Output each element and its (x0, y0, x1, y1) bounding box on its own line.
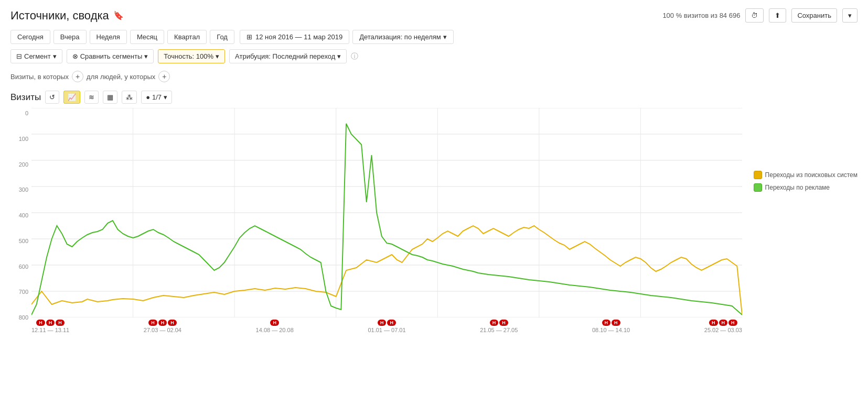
x-label-group-4: H H 01.01 — 07.01 (368, 320, 405, 333)
period-yesterday[interactable]: Вчера (53, 30, 87, 44)
event-marker: H (168, 320, 177, 326)
event-marker: H (612, 320, 620, 326)
x-label-group-7: H H H 25.02 — 03.03 (704, 320, 742, 333)
y-label-400: 400 (10, 212, 28, 218)
period-month[interactable]: Месяц (130, 30, 164, 44)
upload-icon: ⬆ (775, 12, 780, 19)
bar-chart-icon: ▦ (107, 93, 113, 101)
y-label-600: 600 (10, 264, 28, 270)
x-label-group-6: H H 08.10 — 14.10 (592, 320, 630, 333)
event-marker: H (602, 320, 611, 326)
metric-label: 1/7 (152, 93, 162, 101)
chart-svg (31, 108, 742, 317)
chart-header: Визиты ↺ 📈 ≋ ▦ ⁂ ● 1/7 ▾ (10, 91, 858, 104)
date-range-picker[interactable]: ⊞ 12 ноя 2016 — 11 мар 2019 (240, 30, 349, 44)
line-chart-button[interactable]: 📈 (63, 91, 80, 104)
clock-icon: ⏱ (751, 12, 758, 19)
event-marker: H (158, 320, 167, 326)
legend: Переходы из поисковых систем Переходы по… (754, 171, 858, 192)
accuracy-button[interactable]: Точность: 100% ▾ (158, 49, 225, 63)
visits-info: 100 % визитов из 84 696 (662, 12, 740, 19)
calendar-icon: ⊞ (247, 33, 252, 41)
filter-bar: Сегодня Вчера Неделя Месяц Квартал Год ⊞… (10, 30, 858, 44)
compare-icon: ⊗ (72, 52, 78, 60)
event-marker: H (499, 320, 508, 326)
y-label-200: 200 (10, 161, 28, 168)
metric-icon: ● (146, 93, 150, 101)
event-marker: H (46, 320, 55, 326)
segment-label: Сегмент (24, 52, 51, 60)
x-label-3: 14.08 — 20.08 (256, 327, 294, 333)
event-marker: H (728, 320, 737, 326)
legend-item-yellow: Переходы из поисковых систем (754, 171, 858, 179)
compare-chevron: ▾ (144, 52, 148, 60)
event-marker: H (270, 320, 279, 326)
scatter-icon: ⁂ (126, 93, 133, 101)
line-chart-icon: 📈 (68, 93, 76, 101)
x-label-7: 25.02 — 03.03 (704, 327, 742, 333)
add-people-filter-button[interactable]: + (158, 71, 170, 82)
period-today[interactable]: Сегодня (10, 30, 50, 44)
x-label-4: 01.01 — 07.01 (368, 327, 405, 333)
chart-title: Визиты (10, 92, 41, 103)
legend-label-green: Переходы по рекламе (765, 184, 830, 191)
x-label-6: 08.10 — 14.10 (592, 327, 630, 333)
metric-selector[interactable]: ● 1/7 ▾ (141, 91, 172, 104)
accuracy-label: Точность: 100% (164, 52, 213, 60)
event-marker: H (148, 320, 157, 326)
x-axis: H H H 12.11 — 13.11 H H H 27.03 — 02.04 (31, 317, 742, 333)
event-marker: H (387, 320, 396, 326)
event-marker: H (709, 320, 718, 326)
x-label-1: 12.11 — 13.11 (31, 327, 69, 333)
event-marker: H (56, 320, 65, 326)
legend-color-green (754, 183, 762, 192)
save-button[interactable]: Сохранить (791, 8, 837, 23)
x-label-2: 27.03 — 02.04 (144, 327, 181, 333)
header-right: 100 % визитов из 84 696 ⏱ ⬆ Сохранить ▾ (662, 8, 858, 23)
scatter-button[interactable]: ⁂ (122, 91, 137, 104)
export-button[interactable]: ⬆ (769, 8, 786, 23)
legend-color-yellow (754, 171, 762, 179)
compare-segments-button[interactable]: ⊗ Сравнить сегменты ▾ (67, 49, 154, 63)
save-dropdown-button[interactable]: ▾ (842, 8, 858, 23)
refresh-button[interactable]: ↺ (45, 91, 59, 104)
y-label-700: 700 (10, 289, 28, 295)
date-range-label: 12 ноя 2016 — 11 мар 2019 (255, 33, 342, 41)
area-chart-button[interactable]: ≋ (84, 91, 99, 104)
event-marker: H (490, 320, 499, 326)
bar-chart-button[interactable]: ▦ (103, 91, 117, 104)
legend-label-yellow: Переходы из поисковых систем (765, 171, 858, 179)
y-label-800: 800 (10, 314, 28, 321)
x-label-group-5: H H 21.05 — 27.05 (480, 320, 518, 333)
green-line (31, 124, 742, 315)
y-label-500: 500 (10, 238, 28, 244)
info-icon[interactable]: ⓘ (351, 52, 358, 61)
header-left: Источники, сводка 🔖 (10, 9, 124, 23)
attribution-button[interactable]: Атрибуция: Последний переход ▾ (229, 49, 347, 63)
y-label-300: 300 (10, 186, 28, 193)
attribution-chevron: ▾ (337, 52, 341, 60)
bookmark-icon[interactable]: 🔖 (113, 10, 124, 20)
y-axis: 800 700 600 500 400 300 200 100 0 (10, 108, 31, 333)
x-label-group-3: H 14.08 — 20.08 (256, 320, 294, 333)
period-quarter[interactable]: Квартал (167, 30, 207, 44)
filter-icon: ⊟ (16, 52, 22, 60)
chart-body: 800 700 600 500 400 300 200 100 0 (10, 108, 858, 333)
segment-button[interactable]: ⊟ Сегмент ▾ (10, 49, 62, 63)
chart-plus-legend: H H H 12.11 — 13.11 H H H 27.03 — 02.04 (31, 108, 858, 333)
event-marker: H (378, 320, 387, 326)
segment-bar: ⊟ Сегмент ▾ ⊗ Сравнить сегменты ▾ Точнос… (10, 49, 858, 63)
clock-button[interactable]: ⏱ (745, 8, 764, 23)
detail-button[interactable]: Детализация: по неделям ▾ (352, 30, 454, 44)
compare-label: Сравнить сегменты (80, 52, 143, 60)
period-year[interactable]: Год (210, 30, 234, 44)
visits-filter-row: Визиты, в которых + для людей, у которых… (10, 71, 858, 82)
period-week[interactable]: Неделя (90, 30, 127, 44)
accuracy-chevron: ▾ (216, 52, 219, 60)
event-marker: H (36, 320, 45, 326)
detail-label: Детализация: по неделям (359, 33, 441, 41)
metric-chevron: ▾ (164, 93, 167, 101)
x-label-group-1: H H H 12.11 — 13.11 (31, 320, 69, 333)
add-visit-filter-button[interactable]: + (72, 71, 83, 82)
visits-filter-text1: Визиты, в которых (10, 73, 69, 81)
